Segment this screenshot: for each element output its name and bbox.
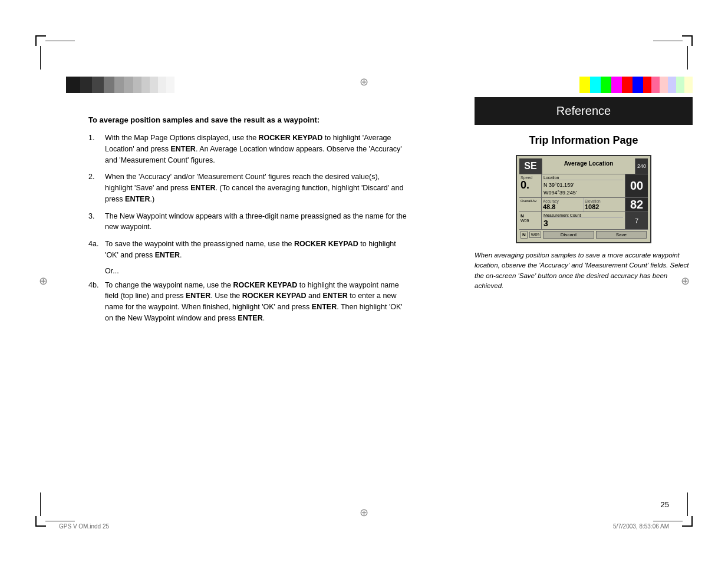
gps-elevation-box: Elevation 1082 xyxy=(584,198,625,211)
gps-elevation-value: 1082 xyxy=(585,203,624,210)
colorbar-block xyxy=(684,77,693,93)
colorbar-left xyxy=(66,77,183,93)
registration-mark-bottom: ⊕ xyxy=(358,506,371,519)
gps-mid-section: Speed 0. Location N 39°01.159' W094°39.2… xyxy=(519,174,648,198)
gps-wo9-val: W09 xyxy=(521,219,540,223)
step-content: The New Waypoint window appears with a t… xyxy=(105,211,407,233)
step-content: When the 'Accuracy' and/or 'Measurement … xyxy=(105,171,407,204)
corner-mark-br xyxy=(682,516,693,527)
right-column: Reference Trip Information Page SE Avera… xyxy=(475,97,693,291)
colorbar-block xyxy=(660,77,668,93)
trim-line xyxy=(687,46,688,70)
list-item: 3. The New Waypoint window appears with … xyxy=(88,211,407,233)
instructions-list: 1. With the Map Page Options displayed, … xyxy=(88,133,407,261)
gps-screen-inner: SE Average Location 240 Speed 0. Locatio… xyxy=(519,158,648,240)
gps-speed-value: 0. xyxy=(521,180,540,190)
gps-overall-label: Overall Av xyxy=(519,198,542,211)
bold-keyword: ENTER xyxy=(186,292,210,300)
list-item: 2. When the 'Accuracy' and/or 'Measureme… xyxy=(88,171,407,204)
trim-line xyxy=(40,46,41,70)
bold-keyword: ENTER xyxy=(312,303,337,311)
gps-device-screen: SE Average Location 240 Speed 0. Locatio… xyxy=(516,155,651,243)
colorbar-block xyxy=(651,77,660,93)
colorbar-block xyxy=(668,77,676,93)
bold-keyword: ENTER xyxy=(125,195,150,203)
section-heading: To average position samples and save the… xyxy=(88,115,407,125)
footer-left: GPS V OM.indd 25 xyxy=(59,523,109,530)
gps-right-col-val3: 7 xyxy=(625,212,648,229)
corner-mark-tl xyxy=(35,35,46,46)
colorbar-block xyxy=(104,77,114,93)
colorbar-block xyxy=(66,77,80,93)
gps-discard-button[interactable]: Discard xyxy=(543,231,594,239)
colorbar-block xyxy=(124,77,133,93)
trim-line xyxy=(687,492,688,516)
gps-acc-elev: Accuracy 48.8 Elevation 1082 xyxy=(542,198,625,211)
gps-accuracy-box: Accuracy 48.8 xyxy=(542,198,584,211)
trim-line xyxy=(653,41,683,41)
section-title: Trip Information Page xyxy=(475,134,693,147)
gps-accuracy-row: Overall Av Accuracy 48.8 Elevation 1082 … xyxy=(519,198,648,212)
colorbar-block xyxy=(579,77,590,93)
colorbar-block xyxy=(174,77,183,93)
step-number: 1. xyxy=(88,133,105,166)
bold-keyword: ROCKER KEYPAD xyxy=(259,134,323,142)
colorbar-block xyxy=(141,77,150,93)
instructions-list-b: 4b. To change the waypoint name, use the… xyxy=(88,280,407,324)
gps-n-block: N xyxy=(521,231,528,239)
colorbar-block xyxy=(601,77,611,93)
bold-keyword: ENTER xyxy=(171,145,196,153)
gps-measure-content: Measurement Count 3 xyxy=(542,212,625,229)
colorbar-block xyxy=(80,77,92,93)
colorbar-block xyxy=(166,77,174,93)
gps-location-section: Location N 39°01.159' W094°39.245' xyxy=(542,174,625,197)
gps-top-right-value: 240 xyxy=(635,158,648,174)
gps-right-col-val1: 00 xyxy=(625,174,648,197)
list-item: 4b. To change the waypoint name, use the… xyxy=(88,280,407,324)
reference-header: Reference xyxy=(475,97,693,125)
bold-keyword: ENTER xyxy=(155,251,180,259)
left-column: To average position samples and save the… xyxy=(88,115,407,330)
registration-mark-top: ⊕ xyxy=(358,75,371,88)
step-number: 2. xyxy=(88,171,105,204)
bold-keyword: ENTER xyxy=(322,292,347,300)
step-number: 4b. xyxy=(88,280,105,324)
bold-keyword: ROCKER KEYPAD xyxy=(294,240,358,248)
gps-bottom-row: N W09 Discard Save xyxy=(519,230,648,240)
gps-accuracy-label: Accuracy xyxy=(543,199,582,203)
colorbar-block xyxy=(643,77,651,93)
trim-line xyxy=(40,492,41,516)
page-number: 25 xyxy=(661,500,669,509)
step-content: To save the waypoint with the preassigne… xyxy=(105,239,407,261)
colorbar-block xyxy=(611,77,622,93)
gps-location-label: Location xyxy=(543,176,623,180)
gps-w09-block: W09 xyxy=(529,232,541,238)
corner-mark-bl xyxy=(35,516,46,527)
step-content: With the Map Page Options displayed, use… xyxy=(105,133,407,166)
gps-right-col-val2: 82 xyxy=(625,198,648,211)
gps-speed-block: Speed 0. xyxy=(519,174,542,197)
gps-coord2: W094°39.245' xyxy=(543,189,623,197)
list-item: 1. With the Map Page Options displayed, … xyxy=(88,133,407,166)
colorbar-block xyxy=(633,77,643,93)
colorbar-block xyxy=(133,77,141,93)
bold-keyword: ENTER xyxy=(238,314,262,322)
gps-measurement-label: Measurement Count xyxy=(543,213,623,218)
bold-keyword: ROCKER KEYPAD xyxy=(233,281,298,289)
gps-accuracy-value: 48.8 xyxy=(543,203,582,210)
gps-coord1: N 39°01.159' xyxy=(543,181,623,189)
caption-text: When averaging position samples to save … xyxy=(475,250,693,291)
colorbar-block xyxy=(622,77,633,93)
gps-se-label: SE xyxy=(519,158,542,174)
colorbar-block xyxy=(676,77,684,93)
corner-mark-tr xyxy=(682,35,693,46)
colorbar-block xyxy=(590,77,601,93)
registration-mark-left: ⊕ xyxy=(37,275,50,287)
colorbar-block xyxy=(158,77,166,93)
colorbar-block xyxy=(92,77,104,93)
gps-top-row: SE Average Location 240 xyxy=(519,158,648,174)
gps-measurement-row: N W09 Measurement Count 3 7 xyxy=(519,212,648,230)
list-item: 4a. To save the waypoint with the preass… xyxy=(88,239,407,261)
bold-keyword: ROCKER KEYPAD xyxy=(242,292,307,300)
gps-save-button[interactable]: Save xyxy=(596,231,647,239)
